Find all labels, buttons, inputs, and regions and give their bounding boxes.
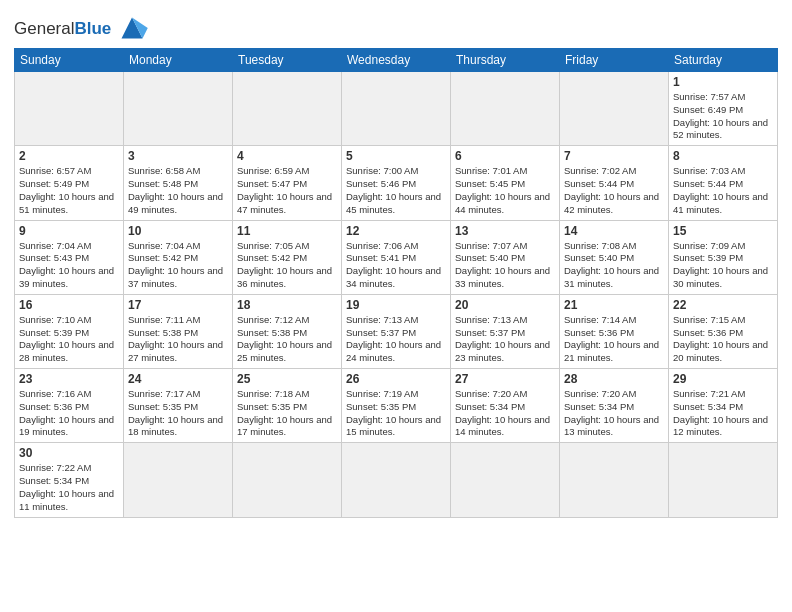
calendar-table: SundayMondayTuesdayWednesdayThursdayFrid… [14,48,778,518]
day-number: 26 [346,372,446,386]
day-info: Sunrise: 7:00 AM Sunset: 5:46 PM Dayligh… [346,165,446,216]
day-info: Sunrise: 7:21 AM Sunset: 5:34 PM Dayligh… [673,388,773,439]
calendar-cell [15,72,124,146]
day-number: 28 [564,372,664,386]
day-info: Sunrise: 7:20 AM Sunset: 5:34 PM Dayligh… [455,388,555,439]
calendar-cell: 14Sunrise: 7:08 AM Sunset: 5:40 PM Dayli… [560,220,669,294]
calendar-cell: 23Sunrise: 7:16 AM Sunset: 5:36 PM Dayli… [15,369,124,443]
day-info: Sunrise: 7:05 AM Sunset: 5:42 PM Dayligh… [237,240,337,291]
day-info: Sunrise: 7:22 AM Sunset: 5:34 PM Dayligh… [19,462,119,513]
calendar-cell: 3Sunrise: 6:58 AM Sunset: 5:48 PM Daylig… [124,146,233,220]
day-info: Sunrise: 7:18 AM Sunset: 5:35 PM Dayligh… [237,388,337,439]
day-info: Sunrise: 7:13 AM Sunset: 5:37 PM Dayligh… [455,314,555,365]
logo-icon [114,14,150,42]
calendar-cell: 16Sunrise: 7:10 AM Sunset: 5:39 PM Dayli… [15,294,124,368]
logo-general: General [14,19,74,38]
day-info: Sunrise: 7:12 AM Sunset: 5:38 PM Dayligh… [237,314,337,365]
calendar-cell: 24Sunrise: 7:17 AM Sunset: 5:35 PM Dayli… [124,369,233,443]
calendar-cell: 19Sunrise: 7:13 AM Sunset: 5:37 PM Dayli… [342,294,451,368]
day-number: 19 [346,298,446,312]
day-number: 4 [237,149,337,163]
calendar-cell: 13Sunrise: 7:07 AM Sunset: 5:40 PM Dayli… [451,220,560,294]
day-number: 16 [19,298,119,312]
day-info: Sunrise: 7:02 AM Sunset: 5:44 PM Dayligh… [564,165,664,216]
day-info: Sunrise: 6:57 AM Sunset: 5:49 PM Dayligh… [19,165,119,216]
day-info: Sunrise: 7:15 AM Sunset: 5:36 PM Dayligh… [673,314,773,365]
col-header-saturday: Saturday [669,49,778,72]
day-number: 18 [237,298,337,312]
calendar-cell: 20Sunrise: 7:13 AM Sunset: 5:37 PM Dayli… [451,294,560,368]
calendar-cell: 21Sunrise: 7:14 AM Sunset: 5:36 PM Dayli… [560,294,669,368]
calendar-cell: 15Sunrise: 7:09 AM Sunset: 5:39 PM Dayli… [669,220,778,294]
day-info: Sunrise: 7:19 AM Sunset: 5:35 PM Dayligh… [346,388,446,439]
day-number: 21 [564,298,664,312]
calendar-cell: 25Sunrise: 7:18 AM Sunset: 5:35 PM Dayli… [233,369,342,443]
calendar-cell: 12Sunrise: 7:06 AM Sunset: 5:41 PM Dayli… [342,220,451,294]
day-number: 5 [346,149,446,163]
calendar-cell: 7Sunrise: 7:02 AM Sunset: 5:44 PM Daylig… [560,146,669,220]
day-info: Sunrise: 7:57 AM Sunset: 6:49 PM Dayligh… [673,91,773,142]
day-info: Sunrise: 7:10 AM Sunset: 5:39 PM Dayligh… [19,314,119,365]
day-number: 22 [673,298,773,312]
day-info: Sunrise: 7:13 AM Sunset: 5:37 PM Dayligh… [346,314,446,365]
col-header-wednesday: Wednesday [342,49,451,72]
day-number: 25 [237,372,337,386]
calendar-cell: 6Sunrise: 7:01 AM Sunset: 5:45 PM Daylig… [451,146,560,220]
day-number: 10 [128,224,228,238]
col-header-sunday: Sunday [15,49,124,72]
day-number: 11 [237,224,337,238]
calendar-cell [342,72,451,146]
day-info: Sunrise: 7:07 AM Sunset: 5:40 PM Dayligh… [455,240,555,291]
calendar-cell: 28Sunrise: 7:20 AM Sunset: 5:34 PM Dayli… [560,369,669,443]
day-info: Sunrise: 7:06 AM Sunset: 5:41 PM Dayligh… [346,240,446,291]
day-info: Sunrise: 7:08 AM Sunset: 5:40 PM Dayligh… [564,240,664,291]
day-number: 14 [564,224,664,238]
day-number: 17 [128,298,228,312]
calendar-cell: 10Sunrise: 7:04 AM Sunset: 5:42 PM Dayli… [124,220,233,294]
day-number: 24 [128,372,228,386]
calendar-cell: 27Sunrise: 7:20 AM Sunset: 5:34 PM Dayli… [451,369,560,443]
day-number: 9 [19,224,119,238]
calendar-cell: 18Sunrise: 7:12 AM Sunset: 5:38 PM Dayli… [233,294,342,368]
logo-blue: Blue [74,19,111,38]
day-info: Sunrise: 7:09 AM Sunset: 5:39 PM Dayligh… [673,240,773,291]
day-number: 27 [455,372,555,386]
calendar-cell: 9Sunrise: 7:04 AM Sunset: 5:43 PM Daylig… [15,220,124,294]
calendar-cell [342,443,451,517]
day-number: 2 [19,149,119,163]
calendar-cell: 17Sunrise: 7:11 AM Sunset: 5:38 PM Dayli… [124,294,233,368]
calendar-cell [560,443,669,517]
col-header-tuesday: Tuesday [233,49,342,72]
col-header-friday: Friday [560,49,669,72]
day-info: Sunrise: 6:59 AM Sunset: 5:47 PM Dayligh… [237,165,337,216]
day-info: Sunrise: 7:16 AM Sunset: 5:36 PM Dayligh… [19,388,119,439]
calendar-cell: 29Sunrise: 7:21 AM Sunset: 5:34 PM Dayli… [669,369,778,443]
day-info: Sunrise: 6:58 AM Sunset: 5:48 PM Dayligh… [128,165,228,216]
day-info: Sunrise: 7:14 AM Sunset: 5:36 PM Dayligh… [564,314,664,365]
day-info: Sunrise: 7:04 AM Sunset: 5:43 PM Dayligh… [19,240,119,291]
day-info: Sunrise: 7:03 AM Sunset: 5:44 PM Dayligh… [673,165,773,216]
calendar-cell: 22Sunrise: 7:15 AM Sunset: 5:36 PM Dayli… [669,294,778,368]
day-number: 29 [673,372,773,386]
calendar-cell: 5Sunrise: 7:00 AM Sunset: 5:46 PM Daylig… [342,146,451,220]
calendar-cell: 11Sunrise: 7:05 AM Sunset: 5:42 PM Dayli… [233,220,342,294]
calendar-cell [669,443,778,517]
calendar-cell: 1Sunrise: 7:57 AM Sunset: 6:49 PM Daylig… [669,72,778,146]
day-number: 8 [673,149,773,163]
col-header-thursday: Thursday [451,49,560,72]
day-info: Sunrise: 7:20 AM Sunset: 5:34 PM Dayligh… [564,388,664,439]
day-number: 15 [673,224,773,238]
day-info: Sunrise: 7:17 AM Sunset: 5:35 PM Dayligh… [128,388,228,439]
calendar-cell: 30Sunrise: 7:22 AM Sunset: 5:34 PM Dayli… [15,443,124,517]
calendar-cell: 8Sunrise: 7:03 AM Sunset: 5:44 PM Daylig… [669,146,778,220]
calendar-cell [124,443,233,517]
calendar-cell [233,72,342,146]
calendar-cell [560,72,669,146]
day-number: 7 [564,149,664,163]
day-number: 3 [128,149,228,163]
day-number: 23 [19,372,119,386]
day-number: 1 [673,75,773,89]
day-info: Sunrise: 7:11 AM Sunset: 5:38 PM Dayligh… [128,314,228,365]
calendar-cell: 2Sunrise: 6:57 AM Sunset: 5:49 PM Daylig… [15,146,124,220]
calendar-cell [124,72,233,146]
